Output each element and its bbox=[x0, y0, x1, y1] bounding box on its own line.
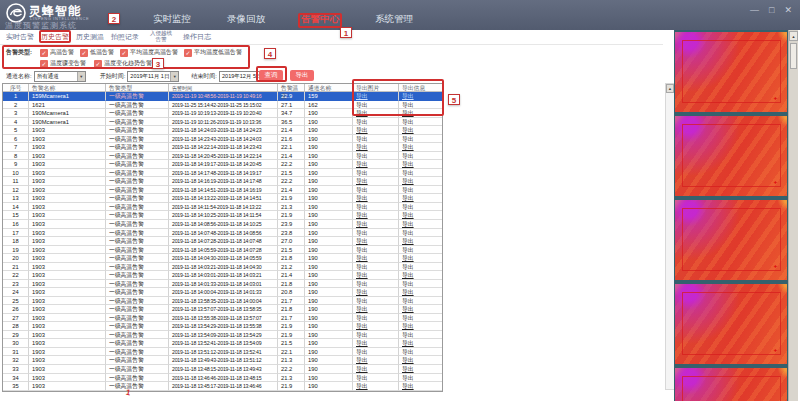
nav-item-3[interactable]: 告警中心 bbox=[301, 13, 339, 26]
table-row[interactable]: 241903一级高温告警2019-11-18 14:00:04-2019-11-… bbox=[3, 288, 442, 297]
table-row[interactable]: 211903一级高温告警2019-11-18 14:03:21-2019-11-… bbox=[3, 263, 442, 272]
export-info-link[interactable]: 导出 bbox=[399, 271, 442, 280]
export-info-link[interactable]: 导出 bbox=[399, 314, 442, 323]
export-image-link[interactable]: 导出 bbox=[353, 118, 399, 127]
export-info-link[interactable]: 导出 bbox=[399, 211, 442, 220]
table-row[interactable]: 301903一级高温告警2019-11-18 13:52:41-2019-11-… bbox=[3, 339, 442, 348]
export-image-link[interactable]: 导出 bbox=[353, 314, 399, 323]
export-image-link[interactable]: 导出 bbox=[353, 143, 399, 152]
table-row[interactable]: 161903一级高温告警2019-11-18 14:08:56-2019-11-… bbox=[3, 220, 442, 229]
table-row[interactable]: 201903一级高温告警2019-11-18 14:04:30-2019-11-… bbox=[3, 254, 442, 263]
export-image-link[interactable]: 导出 bbox=[353, 331, 399, 340]
export-info-link[interactable]: 导出 bbox=[399, 194, 442, 203]
export-info-link[interactable]: 导出 bbox=[399, 254, 442, 263]
export-image-link[interactable]: 导出 bbox=[353, 297, 399, 306]
export-image-link[interactable]: 导出 bbox=[353, 160, 399, 169]
table-row[interactable]: 91903一级高温告警2019-11-18 14:19:17-2019-11-1… bbox=[3, 160, 442, 169]
export-image-link[interactable]: 导出 bbox=[353, 305, 399, 314]
checkbox-2-2[interactable]: ✓温度变化趋势告警 bbox=[94, 59, 152, 68]
export-info-link[interactable]: 导出 bbox=[399, 246, 442, 255]
export-image-link[interactable]: 导出 bbox=[353, 211, 399, 220]
table-row[interactable]: 171903一级高温告警2019-11-18 14:07:48-2019-11-… bbox=[3, 229, 442, 238]
export-image-link[interactable]: 导出 bbox=[353, 356, 399, 365]
export-image-link[interactable]: 导出 bbox=[353, 135, 399, 144]
thermal-image[interactable]: ✚ bbox=[675, 284, 787, 364]
export-info-link[interactable]: 导出 bbox=[399, 160, 442, 169]
export-image-link[interactable]: 导出 bbox=[353, 186, 399, 195]
channel-select[interactable]: 所有通道 ▼ bbox=[34, 71, 86, 82]
table-row[interactable]: 101903一级高温告警2019-11-18 14:17:48-2019-11-… bbox=[3, 169, 442, 178]
export-image-link[interactable]: 导出 bbox=[353, 229, 399, 238]
export-info-link[interactable]: 导出 bbox=[399, 118, 442, 127]
checkbox-1-2[interactable]: ✓低温告警 bbox=[80, 48, 114, 57]
thermal-image[interactable]: ✚ bbox=[675, 116, 787, 196]
export-image-link[interactable]: 导出 bbox=[353, 246, 399, 255]
export-info-link[interactable]: 导出 bbox=[399, 109, 442, 118]
export-info-link[interactable]: 导出 bbox=[399, 339, 442, 348]
export-info-link[interactable]: 导出 bbox=[399, 365, 442, 374]
export-info-link[interactable]: 导出 bbox=[399, 177, 442, 186]
table-row[interactable]: 51903一级高温告警2019-11-18 14:24:03-2019-11-1… bbox=[3, 126, 442, 135]
export-image-link[interactable]: 导出 bbox=[353, 263, 399, 272]
export-info-link[interactable]: 导出 bbox=[399, 169, 442, 178]
checkbox-2-1[interactable]: ✓温度骤变告警 bbox=[40, 59, 86, 68]
tab-3[interactable]: 历史测温 bbox=[76, 33, 104, 40]
table-row[interactable]: 151903一级高温告警2019-11-18 14:10:25-2019-11-… bbox=[3, 211, 442, 220]
export-info-link[interactable]: 导出 bbox=[399, 382, 442, 391]
export-info-link[interactable]: 导出 bbox=[399, 92, 442, 101]
export-info-link[interactable]: 导出 bbox=[399, 220, 442, 229]
thermal-scrollbar[interactable]: ▲ bbox=[788, 30, 798, 401]
export-info-link[interactable]: 导出 bbox=[399, 348, 442, 357]
table-row[interactable]: 1159Mcamera1一级高温告警2019-11-19 10:48:56-20… bbox=[3, 92, 442, 101]
export-info-link[interactable]: 导出 bbox=[399, 263, 442, 272]
table-row[interactable]: 221903一级高温告警2019-11-18 14:03:01-2019-11-… bbox=[3, 271, 442, 280]
thermal-image[interactable]: ✚ bbox=[675, 200, 787, 280]
export-image-link[interactable]: 导出 bbox=[353, 374, 399, 383]
table-row[interactable]: 4190Mcamera1一级高温告警2019-11-19 10:11:26-20… bbox=[3, 118, 442, 127]
export-info-link[interactable]: 导出 bbox=[399, 126, 442, 135]
export-info-link[interactable]: 导出 bbox=[399, 186, 442, 195]
scroll-up-icon[interactable]: ▲ bbox=[666, 84, 674, 93]
table-row[interactable]: 261903一级高温告警2019-11-18 13:57:07-2019-11-… bbox=[3, 305, 442, 314]
minimize-button[interactable]: — bbox=[750, 5, 759, 15]
table-row[interactable]: 231903一级高温告警2019-11-18 14:01:33-2019-11-… bbox=[3, 280, 442, 289]
maximize-button[interactable]: □ bbox=[769, 5, 774, 15]
table-row[interactable]: 111903一级高温告警2019-11-18 14:16:19-2019-11-… bbox=[3, 177, 442, 186]
export-image-link[interactable]: 导出 bbox=[353, 348, 399, 357]
table-row[interactable]: 251903一级高温告警2019-11-18 13:58:35-2019-11-… bbox=[3, 297, 442, 306]
export-image-link[interactable]: 导出 bbox=[353, 254, 399, 263]
table-row[interactable]: 271903一级高温告警2019-11-18 13:55:38-2019-11-… bbox=[3, 314, 442, 323]
scrollbar-thumb[interactable] bbox=[790, 43, 797, 69]
table-row[interactable]: 281903一级高温告警2019-11-18 13:54:29-2019-11-… bbox=[3, 322, 442, 331]
table-row[interactable]: 21621一级高温告警2019-11-25 15:14:42-2019-11-2… bbox=[3, 101, 442, 110]
export-image-link[interactable]: 导出 bbox=[353, 194, 399, 203]
export-info-link[interactable]: 导出 bbox=[399, 203, 442, 212]
table-row[interactable]: 3190Mcamera1一级高温告警2019-11-19 10:19:13-20… bbox=[3, 109, 442, 118]
export-image-link[interactable]: 导出 bbox=[353, 237, 399, 246]
nav-item-2[interactable]: 录像回放 bbox=[227, 13, 265, 26]
export-image-link[interactable]: 导出 bbox=[353, 288, 399, 297]
export-button[interactable]: 导出 bbox=[290, 70, 314, 81]
close-button[interactable]: ✕ bbox=[784, 5, 792, 15]
export-info-link[interactable]: 导出 bbox=[399, 322, 442, 331]
thermal-image[interactable]: ✚ bbox=[675, 32, 787, 112]
export-info-link[interactable]: 导出 bbox=[399, 143, 442, 152]
export-image-link[interactable]: 导出 bbox=[353, 271, 399, 280]
table-row[interactable]: 331903一级高温告警2019-11-18 13:48:15-2019-11-… bbox=[3, 365, 442, 374]
export-info-link[interactable]: 导出 bbox=[399, 374, 442, 383]
export-info-link[interactable]: 导出 bbox=[399, 297, 442, 306]
export-image-link[interactable]: 导出 bbox=[353, 382, 399, 391]
query-button[interactable]: 查询 bbox=[259, 70, 283, 81]
export-info-link[interactable]: 导出 bbox=[399, 280, 442, 289]
export-image-link[interactable]: 导出 bbox=[353, 365, 399, 374]
tab-5[interactable]: 入侵越线告警 bbox=[146, 31, 176, 43]
export-image-link[interactable]: 导出 bbox=[353, 109, 399, 118]
export-image-link[interactable]: 导出 bbox=[353, 339, 399, 348]
table-row[interactable]: 291903一级高温告警2019-11-18 13:54:09-2019-11-… bbox=[3, 331, 442, 340]
table-row[interactable]: 61903一级高温告警2019-11-18 14:23:43-2019-11-1… bbox=[3, 135, 442, 144]
export-image-link[interactable]: 导出 bbox=[353, 92, 399, 101]
export-info-link[interactable]: 导出 bbox=[399, 229, 442, 238]
export-info-link[interactable]: 导出 bbox=[399, 101, 442, 110]
export-image-link[interactable]: 导出 bbox=[353, 220, 399, 229]
export-image-link[interactable]: 导出 bbox=[353, 177, 399, 186]
